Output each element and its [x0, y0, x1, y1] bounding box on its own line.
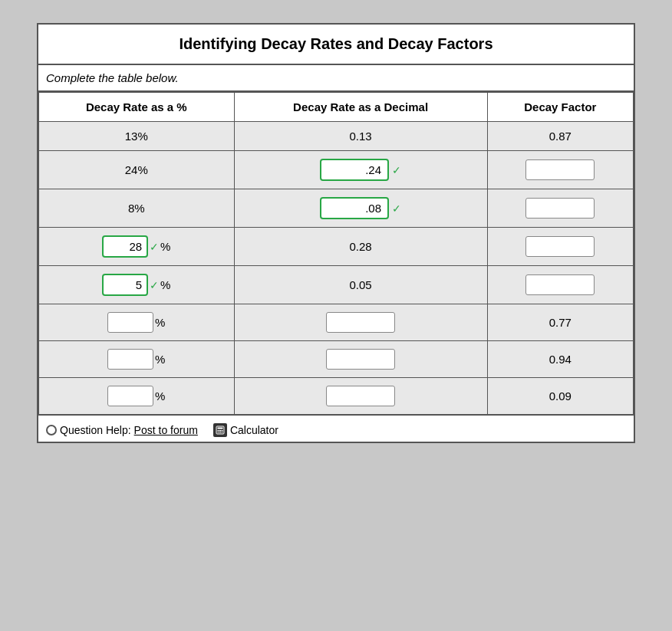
factor-cell: 0.94 [487, 341, 633, 378]
check-icon: ✓ [150, 279, 159, 291]
factor-cell[interactable] [487, 266, 633, 304]
decimal-input[interactable] [326, 349, 395, 370]
table-row: 8% ✓ [39, 189, 634, 228]
table-row: ✓ % 0.28 [39, 228, 634, 266]
decimal-cell: 0.05 [234, 266, 487, 304]
factor-cell: 0.09 [487, 378, 633, 415]
question-help: Question Help: Post to forum [46, 424, 198, 436]
header-percent: Decay Rate as a % [39, 93, 235, 122]
header-factor: Decay Factor [487, 93, 633, 122]
decimal-input[interactable] [320, 197, 389, 219]
percent-cell[interactable]: ✓ % [39, 228, 235, 266]
table-row: 24% ✓ [39, 151, 634, 189]
decimal-cell: 0.28 [234, 228, 487, 266]
svg-rect-2 [217, 430, 219, 432]
factor-cell[interactable] [487, 228, 633, 266]
svg-rect-3 [219, 430, 221, 432]
percent-input[interactable] [107, 386, 153, 406]
factor-cell: 0.87 [487, 122, 633, 151]
svg-rect-1 [217, 428, 222, 429]
calculator-label: Calculator [230, 424, 278, 436]
decay-table: Decay Rate as a % Decay Rate as a Decima… [38, 92, 634, 415]
check-icon: ✓ [392, 164, 401, 176]
table-row: % 0.09 [39, 378, 634, 415]
check-icon: ✓ [150, 241, 159, 253]
table-row: 13% 0.13 0.87 [39, 122, 634, 151]
percent-cell[interactable]: % [39, 304, 235, 341]
circle-icon [46, 425, 57, 435]
post-to-forum-link[interactable]: Post to forum [134, 424, 198, 436]
decimal-cell[interactable] [234, 341, 487, 378]
footer: Question Help: Post to forum Calculator [38, 415, 634, 442]
table-row: ✓ % 0.05 [39, 266, 634, 304]
decimal-input[interactable] [326, 386, 395, 406]
svg-rect-6 [219, 432, 221, 433]
decimal-cell[interactable]: ✓ [234, 189, 487, 228]
decimal-cell: 0.13 [234, 122, 487, 151]
factor-input[interactable] [525, 198, 595, 219]
factor-input[interactable] [525, 159, 595, 180]
question-help-label: Question Help: [60, 424, 131, 436]
decimal-input[interactable] [326, 312, 395, 333]
check-icon: ✓ [392, 202, 401, 215]
percent-input[interactable] [102, 274, 148, 296]
decimal-cell[interactable]: ✓ [234, 151, 487, 189]
table-row: % 0.77 [39, 304, 634, 341]
table-row: % 0.94 [39, 341, 634, 378]
calculator-item[interactable]: Calculator [213, 423, 278, 437]
svg-rect-7 [221, 432, 222, 433]
decimal-cell[interactable] [234, 304, 487, 341]
subtitle: Complete the table below. [38, 65, 634, 92]
calculator-icon [213, 423, 227, 437]
factor-input[interactable] [525, 274, 595, 295]
percent-cell: 8% [39, 189, 235, 228]
percent-cell: 13% [39, 122, 235, 151]
header-decimal: Decay Rate as a Decimal [234, 93, 487, 122]
factor-cell: 0.77 [487, 304, 633, 341]
percent-cell[interactable]: ✓ % [39, 266, 235, 304]
percent-cell[interactable]: % [39, 341, 235, 378]
factor-cell[interactable] [487, 189, 633, 228]
factor-input[interactable] [525, 236, 595, 257]
decimal-input[interactable] [320, 159, 389, 181]
factor-cell[interactable] [487, 151, 633, 189]
percent-input[interactable] [107, 312, 153, 333]
decimal-cell[interactable] [234, 378, 487, 415]
percent-input[interactable] [107, 349, 153, 370]
percent-cell: 24% [39, 151, 235, 189]
svg-rect-5 [217, 432, 219, 433]
svg-rect-4 [221, 430, 222, 432]
percent-cell[interactable]: % [39, 378, 235, 415]
page-title: Identifying Decay Rates and Decay Factor… [38, 25, 634, 65]
percent-input[interactable] [102, 235, 148, 258]
